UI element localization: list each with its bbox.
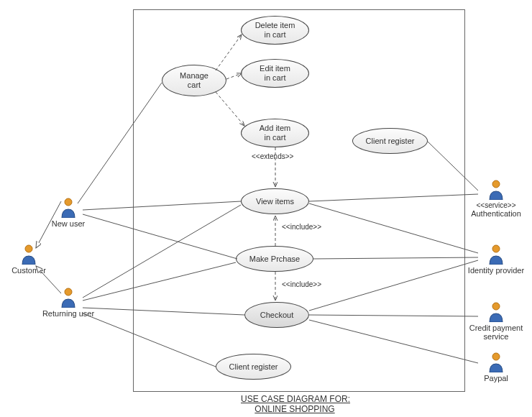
label-include-2: <<include>>	[282, 280, 321, 288]
label-extends: <<extends>>	[252, 152, 293, 160]
actor-label: Returning user	[42, 309, 94, 318]
usecase-client-register-bottom: Client register	[216, 354, 291, 380]
actor-identity-provider: Identity provider	[467, 244, 525, 275]
usecase-delete-item: Delete item in cart	[241, 16, 309, 45]
diagram-title: USE CASE DIAGRAM FOR: ONLINE SHOPPING	[241, 394, 349, 414]
svg-point-4	[492, 245, 500, 252]
person-icon	[60, 198, 76, 218]
person-icon	[21, 244, 37, 265]
actor-stereotype: <<service>>	[476, 201, 515, 209]
label-include-1: <<include>>	[282, 223, 321, 231]
svg-point-3	[492, 180, 500, 188]
svg-point-0	[25, 245, 32, 252]
actor-returning-user: Returning user	[40, 288, 97, 318]
actor-label: Credit payment service	[469, 324, 523, 341]
person-icon	[488, 302, 504, 322]
actor-credit-payment: Credit payment service	[467, 302, 525, 341]
actor-label: Customer	[12, 266, 46, 275]
svg-point-1	[65, 198, 72, 206]
title-line1: USE CASE DIAGRAM FOR:	[241, 394, 350, 404]
usecase-checkout: Checkout	[244, 302, 309, 328]
usecase-view-items: View items	[241, 188, 309, 214]
svg-point-6	[492, 353, 500, 360]
usecase-manage-cart: Manage cart	[162, 65, 226, 96]
actor-label: Authentication	[471, 209, 521, 218]
actor-authentication: <<service>> Authentication	[467, 180, 525, 218]
actor-label: Paypal	[484, 374, 508, 382]
actor-label: Identity provider	[468, 266, 524, 275]
svg-point-5	[492, 303, 500, 310]
person-icon	[488, 352, 504, 372]
actor-new-user: New user	[40, 198, 97, 228]
person-icon	[488, 244, 504, 265]
actor-paypal: Paypal	[467, 352, 525, 382]
usecase-edit-item: Edit item in cart	[241, 59, 309, 88]
person-icon	[60, 288, 76, 308]
usecase-make-purchase: Make Prchase	[236, 246, 313, 272]
usecase-add-item: Add item in cart	[241, 119, 309, 147]
usecase-client-register-top: Client register	[352, 128, 428, 154]
actor-label: New user	[52, 219, 85, 228]
svg-point-2	[65, 288, 72, 295]
title-line2: ONLINE SHOPPING	[254, 404, 334, 414]
person-icon	[488, 180, 504, 200]
actor-customer: Customer	[0, 244, 58, 275]
